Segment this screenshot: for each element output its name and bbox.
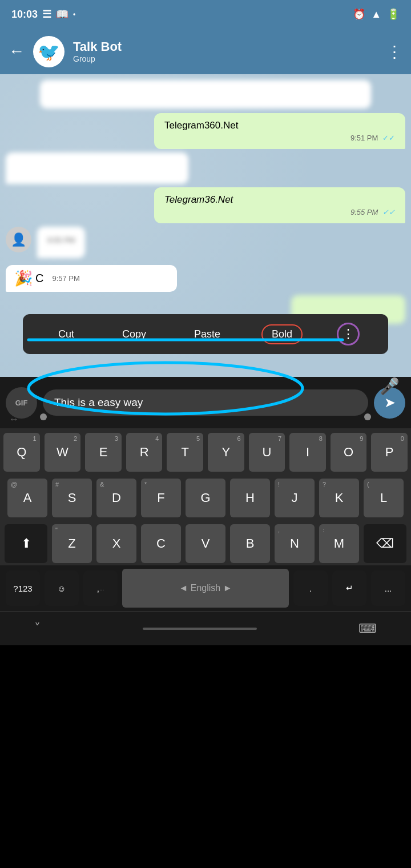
message-blurred-top [40,80,371,108]
list-icon: ☰ [42,8,51,21]
book-icon: 📖 [56,8,68,21]
context-menu[interactable]: Cut Copy Paste Bold ⋮ [23,314,388,354]
key-Y[interactable]: 6Y [208,433,244,472]
key-F[interactable]: *F [141,479,181,517]
keyboard-bottom-row: ?123 ☺ , ... ◄ English ► . ↵ ... [0,565,411,611]
microphone-icon[interactable]: 🎤 [380,377,400,396]
dots-icon: ⋮ [342,327,354,341]
nav-bar: ˅ ⌨ [0,611,411,645]
keyboard-row-1: 1Q 2W 3E 4R 5T 6Y 7U 8I 9O 0P [0,428,411,474]
symbols-key[interactable]: ?123 [6,570,40,606]
message-time: 9:57 PM [52,274,79,283]
emoji-message: 🎉 C 9:57 PM [6,265,177,292]
key-C[interactable]: C [141,524,181,563]
nav-indicator [143,628,257,630]
message-sent-1[interactable]: Telegram360.Net 9:51 PM ✓✓ [154,113,405,149]
status-bar-right: ⏰ ▲ 🔋 [353,8,400,21]
cursor-left [40,413,47,420]
message-sent-2[interactable]: Telegram36.Net 9:55 PM ✓✓ [154,187,405,223]
nav-back-button[interactable]: ˅ [34,621,41,636]
time-display: 10:03 [11,9,38,21]
period-label: . [309,584,312,593]
nav-keyboard-button[interactable]: ⌨ [358,621,377,636]
message-received-1: 9:55 PM [37,227,85,258]
space-key[interactable]: ◄ English ► [122,569,289,608]
message-time: 9:51 PM ✓✓ [164,134,395,142]
status-bar-left: 10:03 ☰ 📖 • [11,8,75,21]
input-area: GIF This is a easy way ➤ ↔ [0,377,411,428]
battery-icon: 🔋 [387,8,400,21]
key-J[interactable]: !J [275,479,315,517]
message-text: Telegram36.Net [164,194,233,205]
more-key[interactable]: ... [371,570,405,606]
status-bar: 10:03 ☰ 📖 • ⏰ ▲ 🔋 [0,0,411,29]
header-menu-button[interactable]: ⋮ [386,42,402,61]
key-Q[interactable]: 1Q [3,433,40,472]
key-P[interactable]: 0P [371,433,408,472]
dot-icon: • [73,10,75,18]
key-S[interactable]: #S [52,479,92,517]
cut-button[interactable]: Cut [51,326,81,343]
app-header: ← 🐦 Talk Bot Group ⋮ [0,29,411,74]
ellipsis-label: ... [385,584,392,593]
key-O[interactable]: 9O [331,433,367,472]
check-icon: ✓✓ [382,208,395,216]
key-I[interactable]: 8I [289,433,326,472]
backspace-key[interactable]: ⌫ [364,524,406,563]
key-L[interactable]: (L [364,479,404,517]
back-button[interactable]: ← [9,42,25,61]
key-Z[interactable]: "Z [52,524,92,563]
alarm-icon: ⏰ [353,8,365,21]
shift-key[interactable]: ⬆ [5,524,47,563]
space-label: ◄ English ► [179,583,232,593]
header-subtitle: Group [73,54,378,63]
message-text: Telegram360.Net [164,120,238,131]
backspace-icon: ⌫ [376,536,394,551]
emoji-letter: C [35,272,43,285]
key-H[interactable]: H [230,479,270,517]
keyboard-row-3: ⬆ "Z X C V B ,N :M ⌫ [0,520,411,565]
key-B[interactable]: B [230,524,270,563]
more-options-button[interactable]: ⋮ [337,323,360,345]
key-A[interactable]: @A [7,479,47,517]
key-V[interactable]: V [186,524,225,563]
key-U[interactable]: 7U [249,433,285,472]
header-info: Talk Bot Group [73,39,378,63]
emoji-icon: ☺ [57,584,66,593]
return-key[interactable]: ↵ [332,570,366,606]
emoji-icon: 🎉 [14,270,33,287]
message-received-blurred [6,152,188,184]
shift-icon: ⬆ [21,536,31,551]
send-icon: ➤ [384,395,396,411]
copy-button[interactable]: Copy [115,326,153,343]
symbols-label: ?123 [13,584,32,593]
message-time: 9:55 PM [47,236,75,244]
key-W[interactable]: 2W [45,433,81,472]
wifi-icon: ▲ [371,9,381,21]
message-time: 9:55 PM ✓✓ [164,208,395,216]
check-icon: ✓✓ [382,134,395,142]
key-X[interactable]: X [96,524,136,563]
keyboard: 1Q 2W 3E 4R 5T 6Y 7U 8I 9O 0P @A #S &D *… [0,428,411,611]
key-T[interactable]: 5T [167,433,203,472]
key-M[interactable]: :M [319,524,359,563]
comma-key[interactable]: , ... [83,570,118,606]
key-R[interactable]: 4R [126,433,163,472]
message-input[interactable]: This is a easy way [43,389,368,416]
key-K[interactable]: ?K [319,479,359,517]
cursor-right [364,413,371,420]
paste-button[interactable]: Paste [187,326,227,343]
key-D[interactable]: &D [96,479,136,517]
user-icon: 👤 [6,227,31,252]
emoji-key[interactable]: ☺ [45,570,79,606]
key-G[interactable]: G [186,479,225,517]
message-with-icon: 👤 9:55 PM [6,227,405,262]
keyboard-row-2: @A #S &D *F G H !J ?K (L [0,474,411,520]
chat-area: Telegram360.Net 9:51 PM ✓✓ Telegram36.Ne… [0,74,411,377]
period-key[interactable]: . [293,570,328,606]
bold-button[interactable]: Bold [261,324,303,344]
header-title: Talk Bot [73,39,378,54]
key-E[interactable]: 3E [85,433,122,472]
key-N[interactable]: ,N [275,524,315,563]
avatar: 🐦 [33,36,65,67]
